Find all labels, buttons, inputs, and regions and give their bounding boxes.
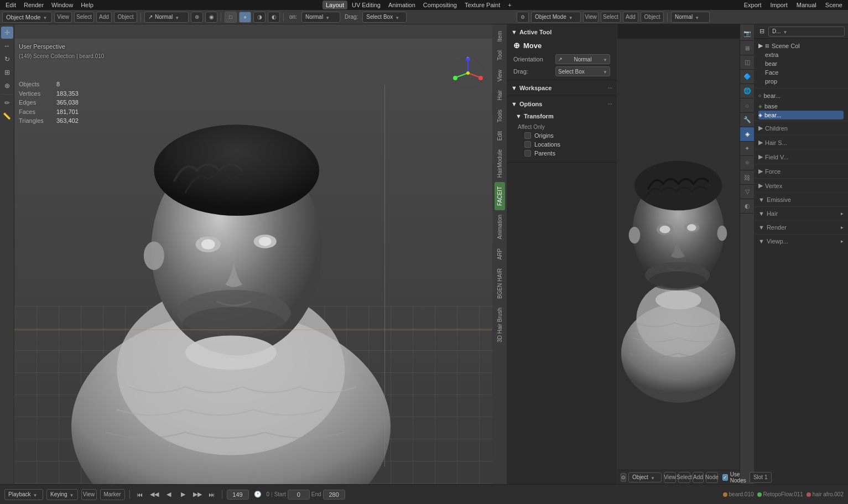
vtab-bgen[interactable]: BGEN HAIR — [495, 264, 505, 303]
transform-tool[interactable]: ⊕ — [1, 80, 13, 92]
tree-bear[interactable]: bear — [754, 59, 848, 68]
menu-edit[interactable]: Edit — [2, 1, 19, 9]
nodes-select-btn[interactable]: Select — [678, 472, 690, 483]
marker-btn[interactable]: Marker — [100, 489, 125, 500]
transform-header[interactable]: ▼ Transform — [507, 111, 617, 122]
current-frame-field[interactable]: 149 — [227, 490, 249, 500]
nodes-view-btn[interactable]: View — [664, 472, 676, 483]
vtab-animation[interactable]: Animation — [495, 210, 505, 243]
vtab-view[interactable]: View — [495, 65, 505, 86]
orientation-value-dropdown[interactable]: ↗ Normal — [555, 54, 610, 64]
menu-export[interactable]: Export — [741, 1, 765, 9]
viewport-right[interactable] — [617, 24, 740, 470]
add-btn[interactable]: Add — [96, 12, 112, 23]
tree-scene-col[interactable]: ▶ ⊞ Scene Col — [754, 41, 848, 50]
force-title[interactable]: ▶ Force — [758, 167, 844, 176]
right-view-btn[interactable]: View — [583, 12, 599, 23]
play-btn[interactable]: ▶ — [178, 489, 189, 500]
step-forward-btn[interactable]: ▶▶ — [192, 489, 203, 500]
right-select-btn[interactable]: Select — [601, 12, 621, 23]
menu-render[interactable]: Render — [20, 1, 47, 9]
right-add-btn[interactable]: Add — [623, 12, 638, 23]
view-timeline-btn[interactable]: View — [81, 489, 97, 500]
tab-layout[interactable]: Layout — [322, 1, 347, 9]
right-object-btn[interactable]: Object — [641, 12, 664, 23]
menu-window[interactable]: Window — [48, 1, 76, 9]
viewport-title[interactable]: ▼ Viewp... ▸ — [758, 237, 844, 246]
options-header[interactable]: ▼ Options ··· — [507, 98, 617, 110]
tab-uv-editing[interactable]: UV Editing — [348, 1, 384, 9]
nodes-add-btn[interactable]: Add — [693, 472, 704, 483]
slot-bear-selected[interactable]: ◈ bear... — [758, 111, 844, 119]
hair-indicator[interactable]: hair afro.002 — [807, 491, 844, 497]
tree-prop[interactable]: prop — [754, 77, 848, 86]
vtab-edit[interactable]: Edit — [495, 127, 505, 145]
props-render-icon[interactable]: 📷 — [740, 27, 755, 41]
props-material-icon[interactable]: ◈ — [740, 127, 755, 142]
right-scene-btn[interactable]: ⚙ — [517, 12, 529, 23]
children-title[interactable]: ▶ Children — [758, 123, 844, 133]
vtab-hair[interactable]: Hair — [495, 86, 505, 105]
workspace-header[interactable]: ▼ Workspace ··· — [507, 82, 617, 93]
props-modifiers-icon[interactable]: 🔧 — [740, 113, 755, 127]
tree-face[interactable]: Face — [754, 68, 848, 77]
right-mode-dropdown[interactable]: Object Mode — [531, 12, 581, 23]
menu-import[interactable]: Import — [767, 1, 791, 9]
end-frame-field[interactable]: 280 — [323, 490, 345, 500]
props-view-icon[interactable]: ◫ — [740, 55, 755, 70]
vtab-faceit[interactable]: FACEIT — [495, 182, 505, 210]
jump-start-btn[interactable]: ⏮ — [134, 489, 145, 500]
solid-btn[interactable]: ● — [239, 12, 251, 23]
start-frame-field[interactable]: 0 — [288, 490, 310, 500]
render-title[interactable]: ▼ Render ▸ — [758, 223, 844, 232]
slot-base[interactable]: ◈ base — [758, 102, 844, 111]
proportional-btn[interactable]: ◉ — [205, 12, 217, 23]
prev-keyframe-btn[interactable]: ◀◀ — [149, 489, 160, 500]
object-btn[interactable]: Object — [114, 12, 137, 23]
tab-add[interactable]: + — [504, 1, 514, 9]
locations-checkbox[interactable] — [524, 141, 531, 148]
viewport-canvas-left[interactable]: Z 🔍 ✋ 📷 ⊞ — [14, 39, 507, 484]
drag-dropdown[interactable]: Select Box — [362, 12, 407, 23]
material-btn[interactable]: ◑ — [253, 12, 266, 23]
vtab-hair-brush[interactable]: 3D Hair Brush — [495, 303, 505, 347]
props-shading-icon[interactable]: ◐ — [740, 199, 755, 214]
hair-mat-title[interactable]: ▼ Hair ▸ — [758, 209, 844, 218]
props-constraints-icon[interactable]: ⛓ — [740, 170, 755, 185]
vtab-tool[interactable]: Tool — [495, 46, 505, 65]
keying-dropdown[interactable]: Keying — [46, 489, 78, 500]
normal-dropdown-2[interactable]: Normal — [301, 12, 340, 23]
drag-value-dropdown[interactable]: Select Box — [555, 66, 610, 76]
annotate-tool[interactable]: ✏ — [1, 97, 13, 109]
move-tool[interactable]: ↔ — [1, 40, 13, 52]
gizmo-widget-left[interactable]: Z — [451, 56, 490, 95]
playback-dropdown[interactable]: Playback — [4, 489, 43, 500]
field-v-title[interactable]: ▶ Field V... — [758, 152, 844, 162]
props-data-icon[interactable]: ▽ — [740, 185, 755, 199]
orientation-dropdown[interactable]: ↗ Normal — [144, 12, 189, 23]
nodes-scene-icon[interactable]: ⊙ — [621, 473, 626, 482]
prop-bear-item[interactable]: ○ bear... — [754, 91, 848, 101]
vtab-hairmodule[interactable]: HairModule — [495, 145, 505, 182]
parents-checkbox[interactable] — [524, 150, 531, 157]
vertex-title[interactable]: ▶ Vertex — [758, 181, 844, 190]
render-btn[interactable]: ◐ — [268, 12, 280, 23]
menu-help[interactable]: Help — [77, 1, 97, 9]
mode-dropdown-left[interactable]: Object Mode — [2, 12, 52, 23]
nodes-node-btn[interactable]: Node — [706, 472, 718, 483]
props-world-icon[interactable]: 🌐 — [740, 84, 755, 98]
scale-tool[interactable]: ⊞ — [1, 66, 13, 79]
select-btn[interactable]: Select — [74, 12, 94, 23]
vtab-arp[interactable]: ARP — [495, 244, 505, 264]
nodes-object-dropdown[interactable]: Object — [628, 472, 662, 482]
emissive-title[interactable]: ▼ Emissive — [758, 195, 844, 204]
tree-extra[interactable]: extra — [754, 50, 848, 59]
view-btn[interactable]: View — [54, 12, 72, 23]
jump-end-btn[interactable]: ⏭ — [206, 489, 217, 500]
retopo-indicator[interactable]: RetopoFlow.011 — [757, 491, 803, 497]
hair-s-title[interactable]: ▶ Hair S... — [758, 138, 844, 147]
vtab-tools[interactable]: Tools — [495, 105, 505, 127]
props-header-icon[interactable]: ⊟ — [757, 27, 766, 36]
props-particles-icon[interactable]: ✦ — [740, 142, 755, 156]
right-orient-dropdown[interactable]: Normal — [671, 12, 710, 23]
